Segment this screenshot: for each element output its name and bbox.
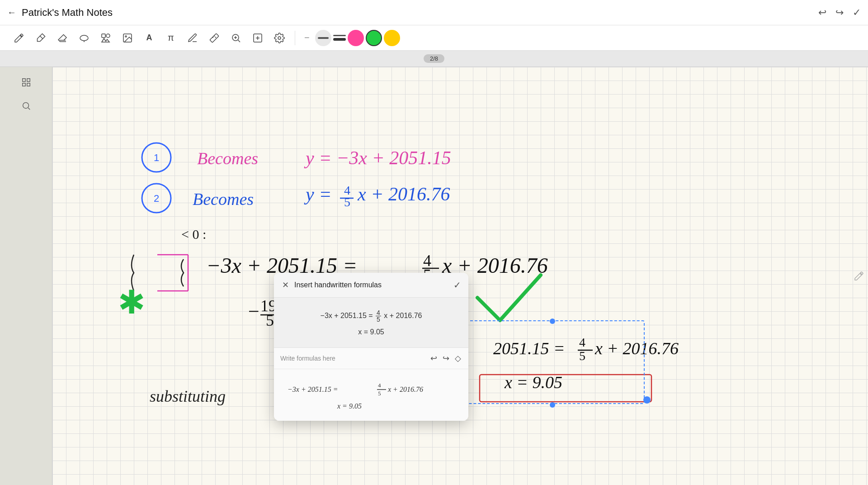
modal-confirm-button[interactable]: ✓: [453, 280, 461, 290]
page-indicator: 2/8: [424, 54, 444, 63]
modal-preview-line1: −3x + 2051.15 = 4 5 x + 2016.76: [321, 309, 422, 323]
modal-preview-line2: x = 9.05: [358, 328, 384, 336]
color-yellow[interactable]: [384, 30, 400, 46]
svg-text:2: 2: [154, 193, 159, 204]
svg-text:1: 1: [154, 152, 159, 163]
svg-text:x + 2016.76: x + 2016.76: [594, 339, 679, 358]
svg-point-25: [142, 143, 171, 172]
canvas-area: 1 Becomes y = −3x + 2051.15 2 Becomes y …: [52, 67, 868, 485]
modal-erase-button[interactable]: ◇: [454, 352, 462, 364]
undo-button[interactable]: ↩: [818, 7, 826, 19]
svg-text:x = 9.05: x = 9.05: [504, 373, 562, 392]
svg-line-24: [28, 108, 30, 109]
redo-button[interactable]: ↪: [835, 7, 844, 19]
panels-button[interactable]: [16, 72, 36, 92]
search-button[interactable]: [16, 96, 36, 116]
svg-text:4: 4: [378, 382, 381, 389]
color-pink[interactable]: [348, 30, 364, 46]
svg-text:5: 5: [344, 195, 350, 209]
svg-text:y = −3x + 2051.15: y = −3x + 2051.15: [304, 147, 451, 168]
settings-tool[interactable]: [269, 28, 289, 48]
stroke-size-medium[interactable]: [315, 30, 331, 46]
pen-tool[interactable]: [183, 28, 203, 48]
svg-text:✱: ✱: [118, 284, 145, 320]
highlighter-tool[interactable]: [31, 28, 51, 48]
modal-preview-area: −3x + 2051.15 = 4 5 x + 2016.76 x = 9.05: [274, 298, 468, 347]
svg-rect-7: [210, 33, 219, 43]
selection-box: [464, 320, 645, 404]
svg-text:substituting: substituting: [150, 387, 226, 405]
svg-text:2051.15 =: 2051.15 =: [493, 339, 565, 358]
svg-point-18: [278, 37, 281, 39]
svg-rect-21: [27, 83, 29, 86]
svg-line-12: [238, 40, 240, 42]
modal-write-area: Write formulas here ↩ ↪ ◇ −3x + 2051.15 …: [274, 347, 468, 421]
modal-write-canvas[interactable]: −3x + 2051.15 = 4 5 x + 2016.76 x = 9.05: [274, 369, 468, 421]
modal-redo-button[interactable]: ↪: [442, 352, 450, 364]
back-button[interactable]: ←: [7, 7, 16, 18]
confirm-button[interactable]: ✓: [853, 7, 861, 19]
stroke-decrease[interactable]: −: [301, 33, 313, 43]
svg-text:5: 5: [266, 311, 274, 329]
lasso-tool[interactable]: [74, 28, 94, 48]
svg-text:−: −: [247, 300, 260, 323]
svg-text:x + 2016.76: x + 2016.76: [387, 385, 423, 393]
svg-text:−3x + 2051.15 =: −3x + 2051.15 =: [288, 385, 338, 393]
color-green[interactable]: [366, 30, 382, 46]
selection-handle-right[interactable]: [643, 396, 651, 404]
modal-undo-button[interactable]: ↩: [429, 352, 438, 364]
svg-text:5: 5: [579, 349, 585, 363]
modal-title: Insert handwritten formulas: [294, 281, 449, 289]
svg-text:4: 4: [579, 335, 585, 349]
svg-point-2: [80, 35, 88, 41]
zoom-tool[interactable]: [226, 28, 246, 48]
image-tool[interactable]: [118, 28, 137, 48]
ruler-tool[interactable]: [204, 28, 224, 48]
svg-text:5: 5: [378, 390, 381, 397]
add-page-tool[interactable]: [248, 28, 268, 48]
modal-write-label: Write formulas here: [280, 355, 429, 362]
svg-point-4: [106, 34, 110, 38]
svg-rect-22: [22, 83, 25, 86]
svg-rect-19: [22, 79, 25, 81]
toolbar-separator: [295, 31, 295, 45]
text-tool[interactable]: A: [139, 28, 159, 48]
selection-handle-bottom[interactable]: [550, 402, 555, 408]
svg-rect-3: [102, 34, 105, 38]
svg-text:Becomes: Becomes: [197, 149, 258, 168]
svg-text:Becomes: Becomes: [193, 190, 254, 209]
formula-modal: ✕ Insert handwritten formulas ✓ −3x + 20…: [274, 273, 468, 421]
page-title: Patrick's Math Notes: [22, 7, 813, 19]
svg-text:4: 4: [344, 183, 350, 197]
shape-tool[interactable]: [96, 28, 116, 48]
modal-close-button[interactable]: ✕: [281, 279, 290, 291]
eraser-tool[interactable]: [52, 28, 72, 48]
formula-tool[interactable]: π: [161, 28, 181, 48]
svg-rect-57: [480, 375, 651, 402]
svg-point-23: [23, 103, 28, 109]
svg-text:< 0 :: < 0 :: [181, 227, 206, 242]
svg-point-29: [142, 184, 171, 213]
svg-text:x + 2016.76: x + 2016.76: [357, 184, 450, 204]
svg-line-0: [40, 36, 43, 39]
svg-text:x = 9.05: x = 9.05: [337, 402, 362, 410]
svg-point-6: [125, 36, 127, 37]
pencil-tool[interactable]: [9, 28, 29, 48]
right-edge-pencil[interactable]: [850, 262, 868, 290]
stroke-sizes[interactable]: [333, 35, 346, 41]
svg-rect-20: [27, 79, 29, 81]
svg-text:y =: y =: [304, 184, 331, 204]
svg-text:4: 4: [423, 252, 431, 270]
selection-handle-top[interactable]: [550, 319, 555, 324]
